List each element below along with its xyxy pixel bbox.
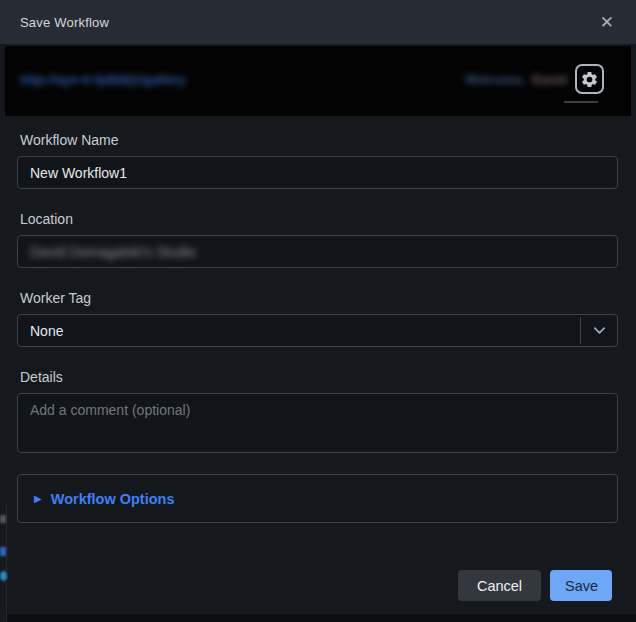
background-artifact <box>0 515 6 523</box>
form-body: Workflow Name Location David Domagalski'… <box>0 132 636 523</box>
details-label: Details <box>20 369 618 385</box>
workflow-name-label: Workflow Name <box>20 132 618 148</box>
close-icon[interactable]: ✕ <box>596 12 618 33</box>
welcome-group: Welcome, David <box>465 72 567 87</box>
user-name: David <box>532 72 567 87</box>
save-workflow-dialog: Save Workflow ✕ http://aye-lt-fp6b6j1/ga… <box>0 0 636 622</box>
location-input[interactable]: David Domagalski's Studio <box>17 235 618 268</box>
background-artifact <box>0 547 6 556</box>
worker-tag-selected-value: None <box>18 323 580 339</box>
expander-triangle-icon: ▶ <box>34 493 42 504</box>
cancel-button[interactable]: Cancel <box>458 570 541 601</box>
background-window-sliver <box>0 503 7 622</box>
worker-tag-label: Worker Tag <box>20 290 618 306</box>
details-textarea[interactable] <box>17 393 618 453</box>
chevron-down-icon[interactable] <box>580 317 617 344</box>
gallery-url-redacted[interactable]: http://aye-lt-fp6b6j1/gallery <box>20 72 465 87</box>
gear-icon <box>580 70 599 89</box>
dialog-titlebar: Save Workflow ✕ <box>0 0 636 44</box>
gallery-header: http://aye-lt-fp6b6j1/gallery Welcome, D… <box>5 46 631 116</box>
location-value-redacted: David Domagalski's Studio <box>30 244 196 260</box>
location-label: Location <box>20 211 618 227</box>
dialog-footer: Cancel Save <box>458 570 612 601</box>
settings-gear-button[interactable] <box>575 64 604 94</box>
workflow-options-label: Workflow Options <box>51 491 175 507</box>
dialog-bottom-edge <box>0 614 636 622</box>
gear-underline-decoration <box>564 101 598 103</box>
worker-tag-dropdown[interactable]: None <box>17 314 618 347</box>
workflow-name-input[interactable] <box>17 156 618 189</box>
workflow-options-expander[interactable]: ▶ Workflow Options <box>17 474 618 523</box>
welcome-label: Welcome, <box>465 72 525 87</box>
save-button[interactable]: Save <box>550 570 612 601</box>
dialog-title: Save Workflow <box>20 15 596 30</box>
background-artifact <box>0 571 7 581</box>
